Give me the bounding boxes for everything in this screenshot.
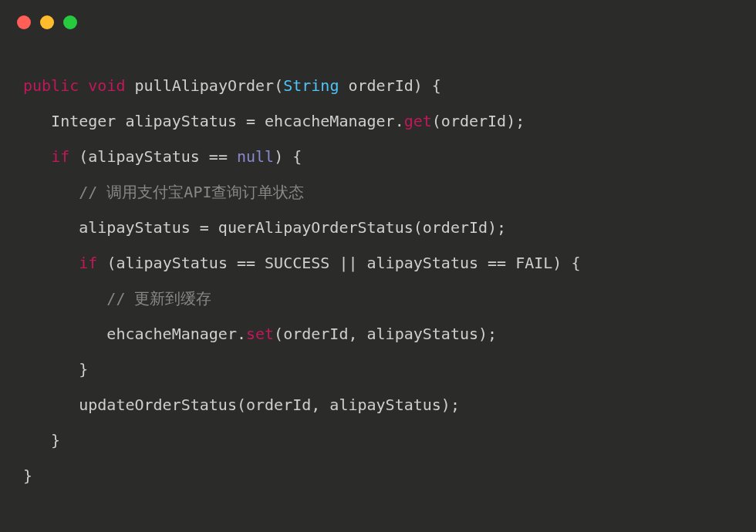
keyword-null: null: [237, 147, 274, 166]
type-string: String: [283, 76, 339, 95]
code-text: (orderId, alipayStatus);: [274, 325, 497, 343]
window-titlebar: [0, 0, 756, 37]
method-set: set: [246, 325, 274, 343]
keyword-void: void: [88, 76, 125, 95]
code-text: orderId) {: [339, 76, 440, 95]
code-text: (alipayStatus ==: [69, 147, 237, 166]
method-get: get: [404, 112, 432, 130]
maximize-icon[interactable]: [63, 15, 77, 29]
code-window: public void pullAlipayOrder(String order…: [0, 0, 756, 532]
code-text: }: [23, 466, 32, 485]
keyword-if: if: [51, 147, 69, 166]
code-text: Integer alipayStatus = ehcacheManager.: [23, 112, 404, 130]
keyword-if: if: [79, 254, 97, 272]
code-text: (orderId);: [432, 112, 525, 130]
minimize-icon[interactable]: [40, 15, 54, 29]
code-text: (alipayStatus == SUCCESS || alipayStatus…: [97, 254, 580, 272]
code-text: [23, 147, 51, 166]
code-text: pullAlipayOrder(: [125, 76, 283, 95]
keyword-public: public: [23, 76, 79, 95]
code-text: alipayStatus = querAlipayOrderStatus(ord…: [23, 218, 506, 237]
code-comment: // 调用支付宝API查询订单状态: [23, 183, 305, 201]
code-text: [23, 254, 79, 272]
code-text: ) {: [274, 147, 302, 166]
code-text: }: [23, 431, 60, 450]
close-icon[interactable]: [17, 15, 31, 29]
code-text: }: [23, 360, 88, 379]
code-text: updateOrderStatus(orderId, alipayStatus)…: [23, 396, 460, 414]
code-editor[interactable]: public void pullAlipayOrder(String order…: [0, 37, 756, 517]
code-comment: // 更新到缓存: [23, 289, 212, 308]
code-text: ehcacheManager.: [23, 325, 246, 343]
